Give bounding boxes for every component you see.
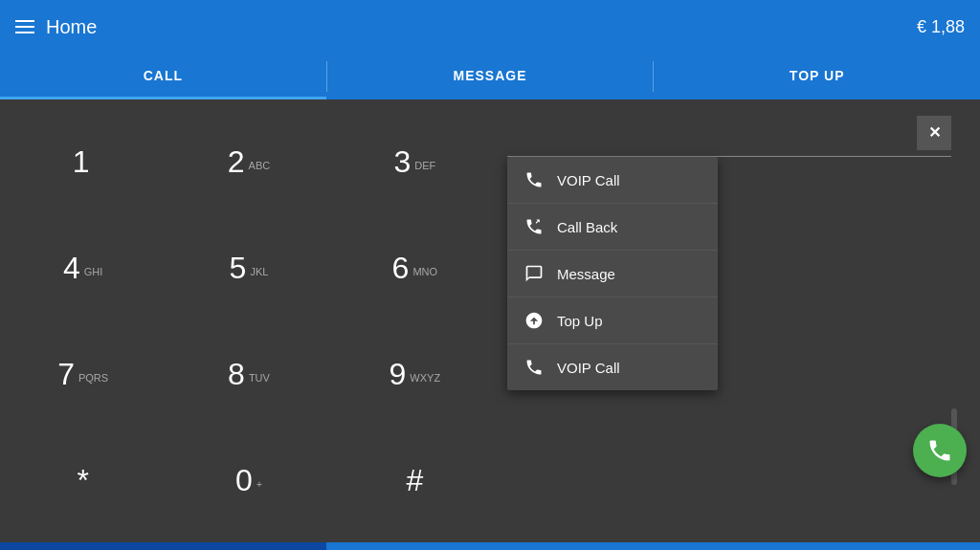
dialpad: 1 2 ABC 3 DEF 4 GHI 5 JKL 6 MNO xyxy=(0,99,498,542)
menu-item-message[interactable]: Message xyxy=(507,251,718,297)
dial-key-6[interactable]: 6 MNO xyxy=(332,215,498,321)
menu-item-top-up[interactable]: Top Up xyxy=(507,297,718,344)
dial-key-9[interactable]: 9 WXYZ xyxy=(332,321,498,428)
dial-key-5[interactable]: 5 JKL xyxy=(166,215,331,321)
menu-item-call-back[interactable]: Call Back xyxy=(507,204,718,251)
phone-input[interactable] xyxy=(507,121,917,143)
tab-topup[interactable]: TOP UP xyxy=(654,54,980,99)
nav-dialpad[interactable] xyxy=(0,542,326,550)
menu-item-voip-call-2[interactable]: VOIP Call xyxy=(507,344,718,390)
dial-row-4: * 0 + # xyxy=(0,427,498,533)
call-fab-button[interactable] xyxy=(913,424,967,477)
dial-key-4[interactable]: 4 GHI xyxy=(0,215,166,321)
callback-icon xyxy=(524,217,544,236)
tab-message[interactable]: MESSAGE xyxy=(327,54,654,99)
main-content: 1 2 ABC 3 DEF 4 GHI 5 JKL 6 MNO xyxy=(0,99,980,542)
phone-icon-2 xyxy=(524,358,544,377)
phone-fab-icon xyxy=(926,437,953,464)
menu-item-voip-call-1[interactable]: VOIP Call xyxy=(507,157,718,204)
dial-key-3[interactable]: 3 DEF xyxy=(332,109,498,215)
app-title: Home xyxy=(46,16,97,38)
header-left: Home xyxy=(15,16,97,38)
action-dropdown: VOIP Call Call Back Message xyxy=(507,157,718,390)
input-area: ✕ VOIP Call Call Back xyxy=(498,99,961,542)
header: Home € 1,88 xyxy=(0,0,980,54)
dial-key-star[interactable]: * xyxy=(0,427,166,533)
phone-icon xyxy=(524,170,544,189)
menu-item-message-label: Message xyxy=(557,266,615,282)
menu-item-voip-call-1-label: VOIP Call xyxy=(557,172,620,188)
clear-button[interactable]: ✕ xyxy=(917,116,951,150)
dial-row-3: 7 PQRS 8 TUV 9 WXYZ xyxy=(0,321,498,428)
dial-key-7[interactable]: 7 PQRS xyxy=(0,321,166,428)
nav-contacts[interactable] xyxy=(326,542,653,550)
tab-bar: CALL MESSAGE TOP UP xyxy=(0,54,980,99)
dial-key-1[interactable]: 1 xyxy=(0,109,166,215)
dial-key-2[interactable]: 2 ABC xyxy=(166,109,331,215)
menu-item-top-up-label: Top Up xyxy=(557,313,603,329)
topup-icon xyxy=(524,311,544,330)
message-icon xyxy=(524,264,544,283)
menu-button[interactable] xyxy=(15,20,34,33)
nav-history[interactable] xyxy=(654,542,980,550)
bottom-navigation xyxy=(0,542,980,550)
phone-input-wrapper: ✕ xyxy=(507,109,951,157)
balance-display: € 1,88 xyxy=(917,17,965,37)
dial-key-0[interactable]: 0 + xyxy=(166,427,331,533)
dial-row-1: 1 2 ABC 3 DEF xyxy=(0,109,498,215)
dial-row-2: 4 GHI 5 JKL 6 MNO xyxy=(0,215,498,321)
menu-item-voip-call-2-label: VOIP Call xyxy=(557,360,620,376)
dial-key-8[interactable]: 8 TUV xyxy=(166,321,331,428)
tab-call[interactable]: CALL xyxy=(0,54,326,99)
dial-key-hash[interactable]: # xyxy=(332,427,498,533)
menu-item-call-back-label: Call Back xyxy=(557,219,617,235)
